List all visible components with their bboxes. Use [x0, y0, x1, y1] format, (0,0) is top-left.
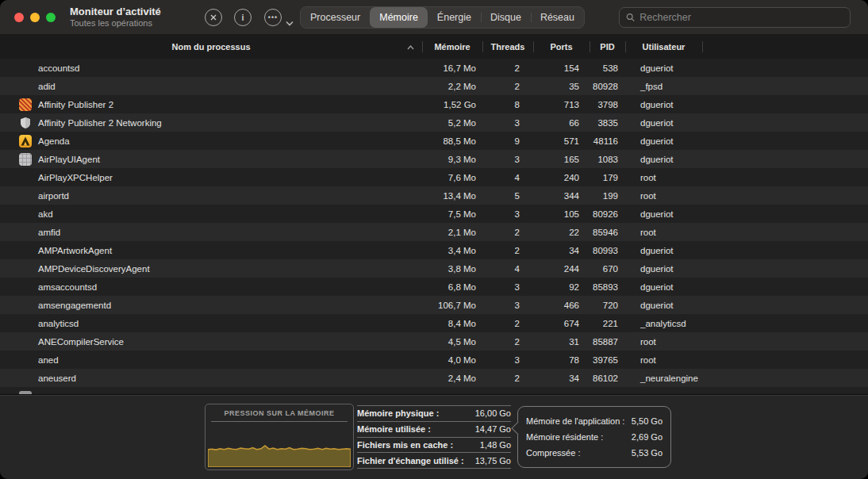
- process-name: amfid: [38, 228, 60, 237]
- user-value: _analyticsd: [625, 314, 702, 332]
- ports-value: 92: [533, 278, 590, 296]
- memory-value: 16,7 Mo: [422, 59, 482, 77]
- threads-value: 2: [482, 77, 533, 95]
- tab-m-moire[interactable]: Mémoire: [370, 7, 428, 28]
- column-header-ports[interactable]: Ports: [533, 35, 590, 59]
- table-row[interactable]: AMPArtworkAgent3,4 Mo23480993dgueriot: [0, 241, 868, 259]
- table-row[interactable]: Agenda88,5 Mo957148116dgueriot: [0, 132, 868, 150]
- table-row[interactable]: analyticsd8,4 Mo2674221_analyticsd: [0, 314, 868, 332]
- tab-processeur[interactable]: Processeur: [301, 7, 370, 28]
- memory-value: 2,2 Mo: [422, 77, 482, 95]
- memory-value: 13,4 Mo: [422, 186, 482, 205]
- table-row[interactable]: adid2,2 Mo23580928_fpsd: [0, 77, 868, 95]
- tab-disque[interactable]: Disque: [481, 7, 531, 28]
- stat-label: Fichiers mis en cache :: [357, 440, 453, 450]
- affinity-publisher-icon: [19, 98, 32, 111]
- table-row[interactable]: amsaccountsd6,8 Mo39285893dgueriot: [0, 278, 868, 296]
- process-name: amsaccountsd: [38, 282, 97, 292]
- close-button[interactable]: [14, 13, 24, 22]
- quit-process-button[interactable]: [205, 9, 222, 26]
- table-row[interactable]: AirPlayUIAgent9,3 Mo31651083dgueriot: [0, 150, 868, 168]
- chevron-down-icon[interactable]: [286, 15, 294, 29]
- minimize-button[interactable]: [30, 13, 40, 22]
- ports-value: 713: [533, 95, 590, 113]
- table-row[interactable]: AMPDeviceDiscoveryAgent3,8 Mo4244670dgue…: [0, 259, 868, 278]
- column-header-user[interactable]: Utilisateur: [625, 35, 702, 59]
- app-memory-stat-row: Mémoire de l'application :5,50 Go: [526, 416, 663, 426]
- table-row[interactable]: amfid2,1 Mo22285946root: [0, 223, 868, 241]
- inspect-process-button[interactable]: i: [234, 9, 252, 26]
- stat-label: Mémoire de l'application :: [526, 416, 624, 426]
- ports-value: 35: [533, 77, 590, 95]
- column-header-pid[interactable]: PID: [590, 35, 625, 59]
- view-segments: ProcesseurMémoireÉnergieDisqueRéseau: [300, 6, 585, 29]
- row-filler: [702, 113, 868, 132]
- pid-value: 85946: [590, 223, 625, 241]
- tab-r-seau[interactable]: Réseau: [531, 7, 584, 28]
- pid-value: 85893: [590, 278, 625, 296]
- window-subtitle: Toutes les opérations: [70, 18, 161, 29]
- stat-label: Fichier d'échange utilisé :: [357, 456, 464, 466]
- user-value: dgueriot: [625, 278, 702, 296]
- row-filler: [702, 223, 868, 241]
- table-row[interactable]: aneuserd2,4 Mo23486102_neuralengine: [0, 369, 868, 387]
- pid-value: 199: [590, 186, 625, 205]
- tab--nergie[interactable]: Énergie: [428, 7, 481, 28]
- process-name: aneuserd: [38, 374, 76, 383]
- process-name: aned: [38, 355, 59, 365]
- search-field[interactable]: [619, 7, 851, 28]
- row-filler: [702, 241, 868, 259]
- user-value: dgueriot: [625, 150, 702, 168]
- column-header-memory[interactable]: Mémoire: [422, 35, 482, 59]
- threads-value: 9: [482, 132, 533, 150]
- app-memory-breakdown-box: Mémoire de l'application :5,50 GoMémoire…: [517, 406, 671, 468]
- row-filler: [702, 314, 868, 332]
- table-row[interactable]: Affinity Publisher 21,52 Go87133798dguer…: [0, 95, 868, 113]
- no-icon: [19, 317, 32, 330]
- table-row[interactable]: AirPlayXPCHelper7,6 Mo4240179root: [0, 168, 868, 186]
- threads-value: 2: [482, 332, 533, 351]
- memory-pressure-title: PRESSION SUR LA MÉMOIRE: [205, 409, 353, 417]
- memory-stats-table: Mémoire physique :16,00 GoMémoire utilis…: [357, 405, 511, 469]
- no-icon: [19, 281, 32, 293]
- column-header-threads[interactable]: Threads: [482, 35, 533, 59]
- stat-label: Mémoire résidente :: [526, 432, 603, 442]
- memory-value: 2,1 Mo: [422, 223, 482, 241]
- process-name: AMPDeviceDiscoveryAgent: [38, 264, 150, 274]
- pid-value: 39765: [590, 351, 625, 369]
- table-row[interactable]: ANECompilerService4,5 Mo23185887root: [0, 332, 868, 351]
- table-row[interactable]: Affinity Publisher 2 Networking5,2 Mo366…: [0, 113, 868, 132]
- no-icon: [19, 171, 32, 184]
- table-row[interactable]: airportd13,4 Mo5344199root: [0, 186, 868, 205]
- table-row[interactable]: aned4,0 Mo37839765root: [0, 351, 868, 369]
- column-header-name[interactable]: Nom du processus: [0, 35, 422, 59]
- table-row[interactable]: accountsd16,7 Mo2154538dgueriot: [0, 59, 868, 77]
- threads-value: 3: [482, 113, 533, 132]
- stat-value: 16,00 Go: [475, 408, 511, 418]
- row-filler: [702, 369, 868, 387]
- memory-pressure-box: PRESSION SUR LA MÉMOIRE: [205, 404, 354, 470]
- ports-value: 66: [533, 113, 590, 132]
- app-memory-stat-row: Mémoire résidente :2,69 Go: [526, 432, 663, 442]
- memory-stat-row: Mémoire utilisée :14,47 Go: [357, 422, 511, 438]
- traffic-lights: [14, 13, 56, 22]
- process-table-header: Nom du processus Mémoire Threads Ports P…: [0, 35, 868, 59]
- zoom-button[interactable]: [46, 13, 56, 22]
- ports-value: 31: [533, 332, 590, 351]
- more-options-button[interactable]: •••: [264, 9, 282, 26]
- threads-value: 3: [482, 278, 533, 296]
- table-row[interactable]: akd7,5 Mo310580926dgueriot: [0, 205, 868, 223]
- pid-value: 538: [590, 59, 625, 77]
- row-filler: [702, 186, 868, 205]
- ports-value: 344: [533, 186, 590, 205]
- ports-value: 22: [533, 223, 590, 241]
- threads-value: 5: [482, 186, 533, 205]
- row-filler: [702, 95, 868, 113]
- info-icon: i: [241, 13, 244, 22]
- user-value: root: [625, 223, 702, 241]
- process-name: AirPlayXPCHelper: [38, 173, 113, 182]
- table-row[interactable]: amsengagementd106,7 Mo3466720dgueriot: [0, 296, 868, 314]
- search-input[interactable]: [639, 12, 843, 23]
- row-filler: [702, 132, 868, 150]
- pid-value: 670: [590, 259, 625, 278]
